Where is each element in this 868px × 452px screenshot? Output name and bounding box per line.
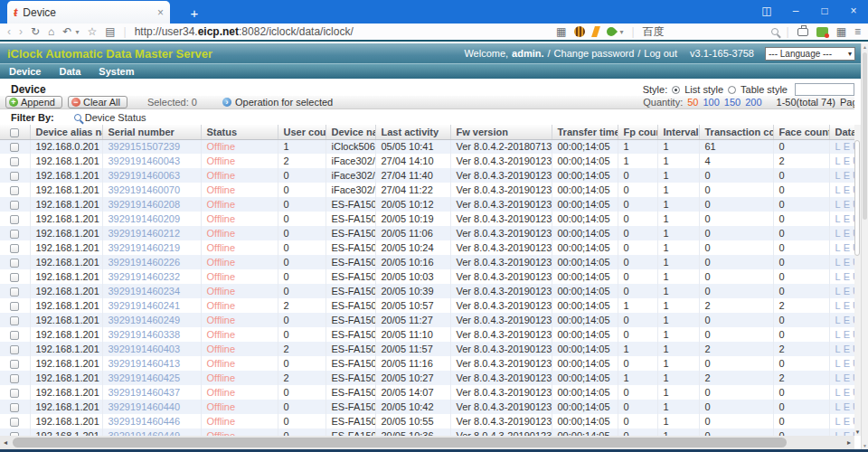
clear-all-button[interactable]: − Clear All: [68, 96, 127, 108]
serial-number-link[interactable]: 3929191460440: [108, 401, 181, 412]
horizontal-scrollbar-thumb[interactable]: [13, 438, 787, 447]
serial-number-link[interactable]: 3929191460070: [108, 184, 181, 195]
col-device-name[interactable]: Device name: [326, 125, 375, 139]
table-row[interactable]: 192.168.1.201 3929191460070 Offline 0 iF…: [0, 183, 854, 197]
table-row[interactable]: 192.168.1.201 3929191460212 Offline 0 ES…: [0, 226, 854, 240]
forward-button[interactable]: ›: [19, 24, 23, 40]
col-status[interactable]: Status: [201, 125, 278, 139]
col-last-activity[interactable]: Last activity: [375, 125, 450, 139]
data-action-link[interactable]: L: [835, 344, 841, 354]
serial-number-link[interactable]: 3929191460043: [108, 155, 181, 166]
minimize-button[interactable]: –: [781, 0, 810, 22]
new-tab-button[interactable]: +: [183, 5, 206, 21]
serial-number-link[interactable]: 3929191460234: [108, 286, 181, 297]
data-action-link[interactable]: L: [835, 372, 841, 383]
lightning-extension-icon[interactable]: [591, 26, 600, 37]
row-checkbox[interactable]: [10, 389, 19, 398]
operation-for-selected-button[interactable]: › Operation for selected: [222, 97, 333, 108]
serial-number-link[interactable]: 3929191460209: [108, 213, 181, 224]
undo-caret-icon[interactable]: ▾: [75, 28, 79, 36]
browser-search-input[interactable]: 百度: [643, 24, 778, 40]
quick-filter-input[interactable]: [795, 83, 854, 96]
row-checkbox[interactable]: [10, 360, 19, 369]
serial-number-link[interactable]: 3929191460241: [108, 300, 181, 311]
data-action-link[interactable]: E: [844, 416, 850, 427]
data-action-link[interactable]: L: [835, 416, 841, 427]
list-style-label[interactable]: List style: [684, 84, 723, 95]
data-action-link[interactable]: L: [835, 315, 841, 325]
col-interval[interactable]: Interval: [657, 125, 699, 139]
data-action-link[interactable]: E: [844, 242, 850, 253]
serial-number-link[interactable]: 3929191460063: [108, 170, 181, 181]
quantity-option-150[interactable]: 150: [724, 97, 741, 108]
data-action-link[interactable]: E: [844, 155, 850, 166]
serial-number-link[interactable]: 3929191460226: [108, 257, 181, 268]
data-action-link[interactable]: L: [835, 184, 841, 195]
serial-number-link[interactable]: 3929191460446: [108, 416, 181, 427]
row-checkbox[interactable]: [10, 418, 19, 427]
table-row[interactable]: 192.168.1.201 3929191460440 Offline 0 ES…: [0, 400, 854, 414]
notes-icon[interactable]: ▤: [105, 24, 115, 40]
serial-number-link[interactable]: 3929191460249: [108, 315, 181, 325]
toolbox-icon[interactable]: [797, 28, 808, 36]
data-action-link[interactable]: L: [835, 387, 841, 398]
scroll-up-icon[interactable]: ▲: [862, 44, 868, 50]
table-row[interactable]: 192.168.1.201 3929191460209 Offline 0 ES…: [0, 212, 854, 226]
data-action-link[interactable]: E: [844, 199, 850, 210]
data-action-link[interactable]: E: [844, 387, 850, 398]
menu-item-system[interactable]: System: [99, 66, 134, 77]
serial-number-link[interactable]: 3929151507239: [108, 141, 181, 152]
data-action-link[interactable]: L: [835, 199, 841, 210]
row-checkbox[interactable]: [10, 403, 19, 412]
table-style-radio[interactable]: [728, 86, 736, 94]
data-action-link[interactable]: L: [835, 329, 841, 340]
table-row[interactable]: 192.168.1.201 3929191460226 Offline 0 ES…: [0, 255, 854, 269]
menu-item-device[interactable]: Device: [9, 66, 41, 77]
data-action-link[interactable]: E: [844, 141, 850, 152]
data-action-link[interactable]: E: [844, 372, 850, 383]
table-row[interactable]: 192.168.0.201 3929151507239 Offline 1 iC…: [0, 139, 854, 154]
table-row[interactable]: 192.168.1.201 3929191460413 Offline 0 ES…: [0, 356, 854, 371]
col-data[interactable]: Data: [829, 125, 854, 139]
row-checkbox[interactable]: [10, 259, 19, 268]
data-action-link[interactable]: E: [844, 213, 850, 224]
refresh-button[interactable]: ↻: [31, 24, 40, 40]
data-action-link[interactable]: E: [844, 286, 850, 297]
browser-tab[interactable]: ŧ Device ×: [7, 1, 170, 24]
table-row[interactable]: 192.168.1.201 3929191460063 Offline 0 iF…: [0, 168, 854, 183]
serial-number-link[interactable]: 3929191460338: [108, 329, 181, 340]
plugin-leaf-icon[interactable]: [605, 25, 618, 38]
row-checkbox[interactable]: [10, 157, 19, 166]
horizontal-scrollbar[interactable]: ◂ ▸: [0, 436, 854, 449]
select-all-checkbox[interactable]: [10, 128, 19, 137]
bee-extension-icon[interactable]: [574, 26, 585, 37]
data-action-link[interactable]: E: [844, 401, 850, 412]
table-row[interactable]: 192.168.1.201 3929191460338 Offline 0 ES…: [0, 327, 854, 342]
row-checkbox[interactable]: [10, 287, 19, 297]
serial-number-link[interactable]: 3929191460437: [108, 387, 181, 398]
apps-grid-icon[interactable]: ▦: [836, 24, 846, 40]
table-style-label[interactable]: Table style: [741, 84, 788, 95]
bookmark-star-icon[interactable]: ☆: [87, 24, 97, 40]
col-device-alias[interactable]: Device alias name: [30, 125, 102, 139]
data-action-link[interactable]: E: [844, 300, 850, 311]
table-row[interactable]: 192.168.1.201 3929191460249 Offline 0 ES…: [0, 313, 854, 327]
menu-item-data[interactable]: Data: [59, 66, 80, 77]
table-row[interactable]: 192.168.1.201 3929191460234 Offline 0 ES…: [0, 284, 854, 298]
data-action-link[interactable]: E: [844, 329, 850, 340]
row-checkbox[interactable]: [10, 172, 19, 181]
row-checkbox[interactable]: [10, 316, 19, 325]
search-icon[interactable]: [771, 28, 778, 35]
address-bar[interactable]: http://user34.eicp.net:8082/iclock/data/…: [135, 25, 548, 38]
table-scrollbar-thumb[interactable]: [854, 140, 860, 256]
row-checkbox[interactable]: [10, 244, 19, 253]
data-action-link[interactable]: E: [844, 271, 850, 282]
maximize-button[interactable]: □: [810, 0, 839, 22]
table-row[interactable]: 192.168.1.201 3929191460241 Offline 2 ES…: [0, 298, 854, 313]
col-fw-version[interactable]: Fw version: [450, 125, 552, 139]
table-row[interactable]: 192.168.1.201 3929191460219 Offline 0 ES…: [0, 240, 854, 255]
change-password-link[interactable]: Change password: [554, 48, 635, 59]
logout-link[interactable]: Log out: [644, 48, 677, 59]
scroll-right-icon[interactable]: ▸: [844, 436, 854, 449]
data-action-link[interactable]: E: [844, 315, 850, 325]
